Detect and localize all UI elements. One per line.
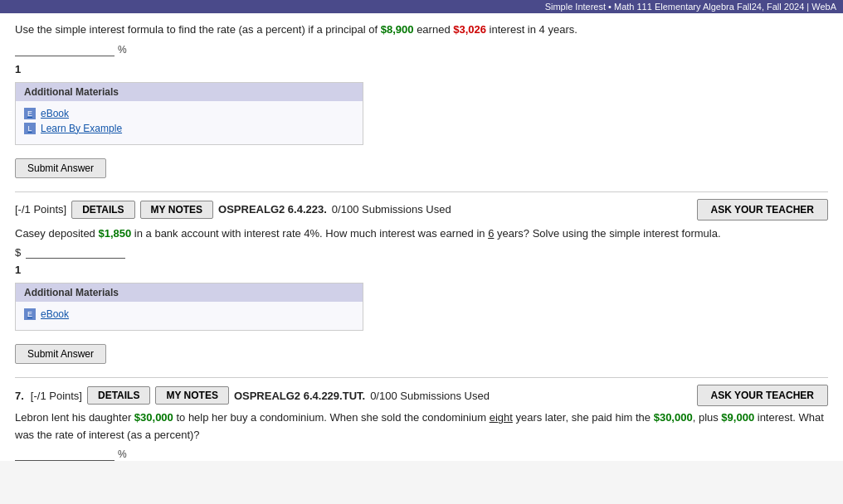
problem7-num: 7. — [15, 390, 24, 402]
p7-answer-row: % — [15, 448, 828, 461]
submissions-7: 0/100 Submissions Used — [370, 390, 490, 402]
principal-value: $8,900 — [381, 23, 414, 36]
casey-num-label: 1 — [15, 264, 828, 276]
ebook-label-6b: eBook — [41, 308, 69, 320]
casey-deposit: $1,850 — [98, 227, 131, 240]
p7-amount1: $30,000 — [134, 411, 173, 424]
ebook-icon-6: E — [24, 108, 36, 119]
casey-years: 6 — [488, 227, 494, 240]
submissions-6b: 0/100 Submissions Used — [332, 203, 451, 216]
learn-by-example-icon-6: L — [24, 123, 36, 134]
my-notes-button-6b[interactable]: MY NOTES — [140, 201, 213, 219]
additional-materials-header-6b: Additional Materials — [16, 284, 363, 302]
question-header-7: 7. [-/1 Points] DETAILS MY NOTES OSPREAL… — [15, 385, 828, 406]
dollar-sign: $ — [15, 246, 21, 259]
casey-question-text: Casey deposited $1,850 in a bank account… — [15, 225, 828, 243]
ebook-icon-6b: E — [24, 308, 36, 320]
problem7-question-text: Lebron lent his daughter $30,000 to help… — [15, 410, 828, 444]
question-header-6b: [-/1 Points] DETAILS MY NOTES OSPREALG2 … — [15, 199, 828, 220]
additional-materials-box-6: Additional Materials E eBook L Learn By … — [15, 82, 363, 145]
casey-answer-row: $ — [15, 245, 828, 259]
ebook-label-6: eBook — [41, 108, 69, 119]
assignment-code-7: OSPREALG2 6.4.229.TUT. — [234, 390, 365, 402]
problem-6-intro-block: Use the simple interest formula to find … — [15, 22, 828, 56]
points-7: [-/1 Points] — [31, 390, 82, 402]
additional-materials-body-6: E eBook L Learn By Example — [16, 101, 363, 144]
details-button-6b[interactable]: DETAILS — [71, 201, 134, 219]
rate-answer-row: % — [15, 43, 828, 56]
points-6b: [-/1 Points] — [15, 203, 66, 216]
submit-button-6b[interactable]: Submit Answer — [15, 344, 106, 364]
p7-amount2: $30,000 — [654, 411, 693, 424]
divider-2 — [15, 377, 828, 378]
learn-by-example-label-6: Learn By Example — [41, 123, 122, 134]
problem-6-intro: Use the simple interest formula to find … — [15, 22, 828, 38]
ebook-link-6b[interactable]: E eBook — [24, 308, 354, 320]
additional-materials-box-6b: Additional Materials E eBook — [15, 283, 363, 331]
top-bar-text: Simple Interest • Math 111 Elementary Al… — [545, 2, 836, 12]
additional-materials-body-6b: E eBook — [16, 302, 363, 330]
interest-value: $3,026 — [453, 23, 486, 36]
p7-percent-unit: % — [118, 448, 127, 460]
rate-input[interactable] — [15, 43, 115, 56]
submit-button-6[interactable]: Submit Answer — [15, 158, 106, 178]
p7-years: eight — [490, 411, 513, 424]
divider-1 — [15, 191, 828, 192]
ebook-link-6[interactable]: E eBook — [24, 108, 354, 119]
ask-teacher-button-7[interactable]: ASK YOUR TEACHER — [697, 385, 828, 406]
details-button-7[interactable]: DETAILS — [87, 386, 150, 405]
ask-teacher-button-6b[interactable]: ASK YOUR TEACHER — [697, 199, 828, 220]
my-notes-button-7[interactable]: MY NOTES — [155, 386, 228, 405]
casey-answer-input[interactable] — [26, 245, 125, 259]
additional-materials-header-6: Additional Materials — [16, 83, 363, 101]
p7-rate-input[interactable] — [15, 448, 115, 461]
assignment-code-6b: OSPREALG2 6.4.223. — [218, 203, 327, 216]
percent-unit: % — [118, 44, 127, 56]
top-bar: Simple Interest • Math 111 Elementary Al… — [0, 0, 843, 13]
learn-by-example-link-6[interactable]: L Learn By Example — [24, 123, 354, 134]
question-num-label: 1 — [15, 63, 828, 75]
p7-interest: $9,000 — [721, 411, 754, 424]
